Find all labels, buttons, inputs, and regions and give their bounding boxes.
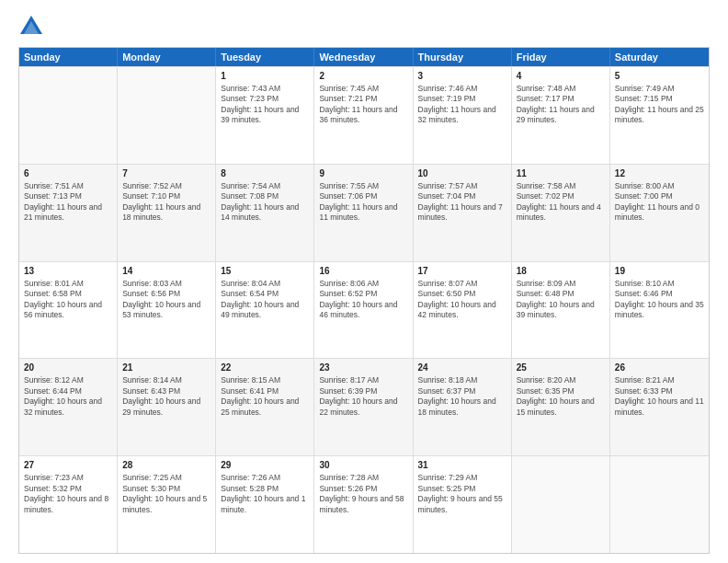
cell-info: Sunrise: 7:58 AMSunset: 7:02 PMDaylight:… [517, 181, 605, 224]
calendar-cell: 18Sunrise: 8:09 AMSunset: 6:48 PMDayligh… [512, 262, 610, 359]
calendar-cell: 24Sunrise: 8:18 AMSunset: 6:37 PMDayligh… [414, 359, 512, 455]
cell-info: Sunrise: 8:09 AMSunset: 6:48 PMDaylight:… [517, 279, 605, 321]
calendar-cell: 6Sunrise: 7:51 AMSunset: 7:13 PMDaylight… [19, 165, 118, 261]
day-header-thursday: Thursday [414, 48, 512, 66]
calendar-cell: 27Sunrise: 7:23 AMSunset: 5:32 PMDayligh… [19, 456, 118, 553]
calendar-cell: 13Sunrise: 8:01 AMSunset: 6:58 PMDayligh… [19, 262, 118, 359]
cell-info: Sunrise: 7:26 AMSunset: 5:28 PMDaylight:… [221, 473, 309, 515]
day-number: 9 [319, 167, 407, 180]
calendar-cell: 28Sunrise: 7:25 AMSunset: 5:30 PMDayligh… [118, 456, 216, 553]
calendar-cell: 3Sunrise: 7:46 AMSunset: 7:19 PMDaylight… [414, 67, 512, 164]
calendar-cell: 8Sunrise: 7:54 AMSunset: 7:08 PMDaylight… [216, 165, 314, 261]
calendar-cell [512, 456, 610, 553]
calendar-cell: 17Sunrise: 8:07 AMSunset: 6:50 PMDayligh… [414, 262, 512, 359]
day-number: 19 [615, 265, 704, 278]
day-number: 5 [615, 70, 704, 83]
cell-info: Sunrise: 7:54 AMSunset: 7:08 PMDaylight:… [221, 181, 309, 224]
calendar-cell: 12Sunrise: 8:00 AMSunset: 7:00 PMDayligh… [610, 165, 709, 261]
cell-info: Sunrise: 7:57 AMSunset: 7:04 PMDaylight:… [418, 181, 506, 224]
calendar-week-3: 13Sunrise: 8:01 AMSunset: 6:58 PMDayligh… [19, 261, 709, 359]
cell-info: Sunrise: 8:07 AMSunset: 6:50 PMDaylight:… [418, 279, 506, 321]
calendar-cell: 5Sunrise: 7:49 AMSunset: 7:15 PMDaylight… [610, 67, 709, 164]
cell-info: Sunrise: 8:03 AMSunset: 6:56 PMDaylight:… [122, 279, 210, 321]
day-number: 28 [122, 459, 210, 472]
day-number: 14 [122, 265, 210, 278]
calendar-cell: 2Sunrise: 7:45 AMSunset: 7:21 PMDaylight… [314, 67, 413, 164]
day-number: 1 [221, 70, 309, 83]
day-number: 24 [418, 362, 506, 374]
cell-info: Sunrise: 7:49 AMSunset: 7:15 PMDaylight:… [615, 84, 704, 126]
day-number: 12 [615, 167, 704, 180]
page: SundayMondayTuesdayWednesdayThursdayFrid… [0, 0, 728, 563]
day-number: 4 [517, 70, 605, 83]
calendar-cell: 11Sunrise: 7:58 AMSunset: 7:02 PMDayligh… [512, 165, 610, 261]
calendar-cell: 10Sunrise: 7:57 AMSunset: 7:04 PMDayligh… [414, 165, 512, 261]
calendar-cell: 15Sunrise: 8:04 AMSunset: 6:54 PMDayligh… [216, 262, 314, 359]
calendar-cell: 29Sunrise: 7:26 AMSunset: 5:28 PMDayligh… [216, 456, 314, 553]
calendar-week-2: 6Sunrise: 7:51 AMSunset: 7:13 PMDaylight… [19, 164, 709, 261]
cell-info: Sunrise: 7:51 AMSunset: 7:13 PMDaylight:… [24, 181, 112, 224]
day-number: 27 [24, 459, 112, 472]
cell-info: Sunrise: 8:01 AMSunset: 6:58 PMDaylight:… [24, 279, 112, 321]
day-header-monday: Monday [118, 48, 216, 66]
day-number: 10 [418, 167, 506, 180]
calendar-cell: 21Sunrise: 8:14 AMSunset: 6:43 PMDayligh… [118, 359, 216, 455]
day-header-tuesday: Tuesday [216, 48, 314, 66]
day-number: 3 [418, 70, 506, 83]
calendar-cell: 22Sunrise: 8:15 AMSunset: 6:41 PMDayligh… [216, 359, 314, 455]
day-number: 23 [319, 362, 407, 374]
cell-info: Sunrise: 7:25 AMSunset: 5:30 PMDaylight:… [122, 473, 210, 515]
calendar-cell: 1Sunrise: 7:43 AMSunset: 7:23 PMDaylight… [216, 67, 314, 164]
cell-info: Sunrise: 8:12 AMSunset: 6:44 PMDaylight:… [24, 375, 112, 418]
day-number: 29 [221, 459, 309, 472]
calendar-cell: 16Sunrise: 8:06 AMSunset: 6:52 PMDayligh… [314, 262, 413, 359]
cell-info: Sunrise: 7:43 AMSunset: 7:23 PMDaylight:… [221, 84, 309, 126]
cell-info: Sunrise: 7:48 AMSunset: 7:17 PMDaylight:… [517, 84, 605, 126]
calendar-cell [610, 456, 709, 553]
calendar-cell: 19Sunrise: 8:10 AMSunset: 6:46 PMDayligh… [610, 262, 709, 359]
calendar-cell: 25Sunrise: 8:20 AMSunset: 6:35 PMDayligh… [512, 359, 610, 455]
day-number: 16 [319, 265, 407, 278]
day-number: 17 [418, 265, 506, 278]
calendar-cell: 4Sunrise: 7:48 AMSunset: 7:17 PMDaylight… [512, 67, 610, 164]
logo [18, 14, 48, 40]
cell-info: Sunrise: 8:00 AMSunset: 7:00 PMDaylight:… [615, 181, 704, 224]
calendar-cell [19, 67, 118, 164]
cell-info: Sunrise: 8:06 AMSunset: 6:52 PMDaylight:… [319, 279, 407, 321]
day-number: 6 [24, 167, 112, 180]
calendar-cell: 26Sunrise: 8:21 AMSunset: 6:33 PMDayligh… [610, 359, 709, 455]
cell-info: Sunrise: 8:04 AMSunset: 6:54 PMDaylight:… [221, 279, 309, 321]
day-number: 31 [418, 459, 506, 472]
calendar-cell: 20Sunrise: 8:12 AMSunset: 6:44 PMDayligh… [19, 359, 118, 455]
day-number: 11 [517, 167, 605, 180]
calendar-cell: 31Sunrise: 7:29 AMSunset: 5:25 PMDayligh… [414, 456, 512, 553]
cell-info: Sunrise: 8:10 AMSunset: 6:46 PMDaylight:… [615, 279, 704, 321]
cell-info: Sunrise: 8:17 AMSunset: 6:39 PMDaylight:… [319, 375, 407, 418]
day-number: 13 [24, 265, 112, 278]
calendar-body: 1Sunrise: 7:43 AMSunset: 7:23 PMDaylight… [19, 66, 709, 553]
calendar-header: SundayMondayTuesdayWednesdayThursdayFrid… [19, 48, 709, 66]
day-header-sunday: Sunday [19, 48, 118, 66]
calendar-cell: 14Sunrise: 8:03 AMSunset: 6:56 PMDayligh… [118, 262, 216, 359]
day-header-saturday: Saturday [610, 48, 709, 66]
day-number: 30 [319, 459, 407, 472]
day-number: 22 [221, 362, 309, 374]
calendar-cell [118, 67, 216, 164]
day-number: 2 [319, 70, 407, 83]
cell-info: Sunrise: 7:55 AMSunset: 7:06 PMDaylight:… [319, 181, 407, 224]
calendar-cell: 23Sunrise: 8:17 AMSunset: 6:39 PMDayligh… [314, 359, 413, 455]
calendar-week-5: 27Sunrise: 7:23 AMSunset: 5:32 PMDayligh… [19, 455, 709, 553]
day-number: 21 [122, 362, 210, 374]
logo-icon [18, 14, 44, 40]
cell-info: Sunrise: 8:14 AMSunset: 6:43 PMDaylight:… [122, 375, 210, 418]
cell-info: Sunrise: 7:45 AMSunset: 7:21 PMDaylight:… [319, 84, 407, 126]
day-header-wednesday: Wednesday [314, 48, 413, 66]
cell-info: Sunrise: 7:28 AMSunset: 5:26 PMDaylight:… [319, 473, 407, 515]
calendar-cell: 30Sunrise: 7:28 AMSunset: 5:26 PMDayligh… [314, 456, 413, 553]
calendar-cell: 7Sunrise: 7:52 AMSunset: 7:10 PMDaylight… [118, 165, 216, 261]
day-number: 15 [221, 265, 309, 278]
cell-info: Sunrise: 7:29 AMSunset: 5:25 PMDaylight:… [418, 473, 506, 515]
cell-info: Sunrise: 7:52 AMSunset: 7:10 PMDaylight:… [122, 181, 210, 224]
day-number: 18 [517, 265, 605, 278]
cell-info: Sunrise: 7:46 AMSunset: 7:19 PMDaylight:… [418, 84, 506, 126]
